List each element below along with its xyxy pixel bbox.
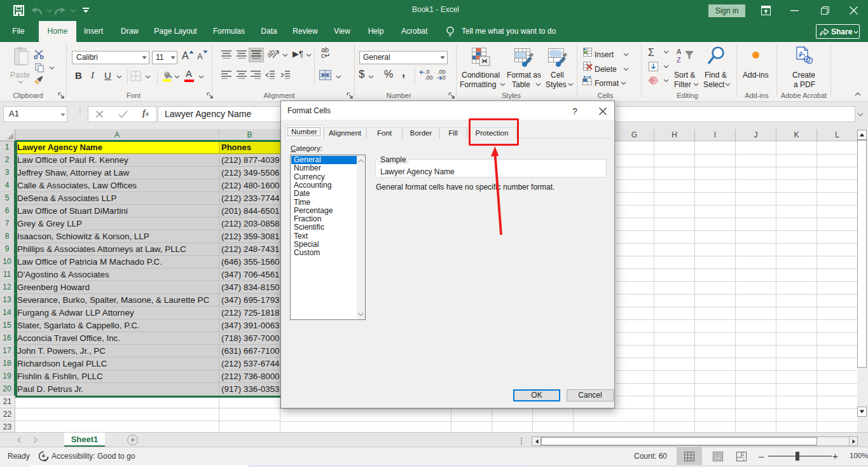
svg-text:A: A xyxy=(677,48,682,55)
svg-text:Z: Z xyxy=(677,56,681,64)
